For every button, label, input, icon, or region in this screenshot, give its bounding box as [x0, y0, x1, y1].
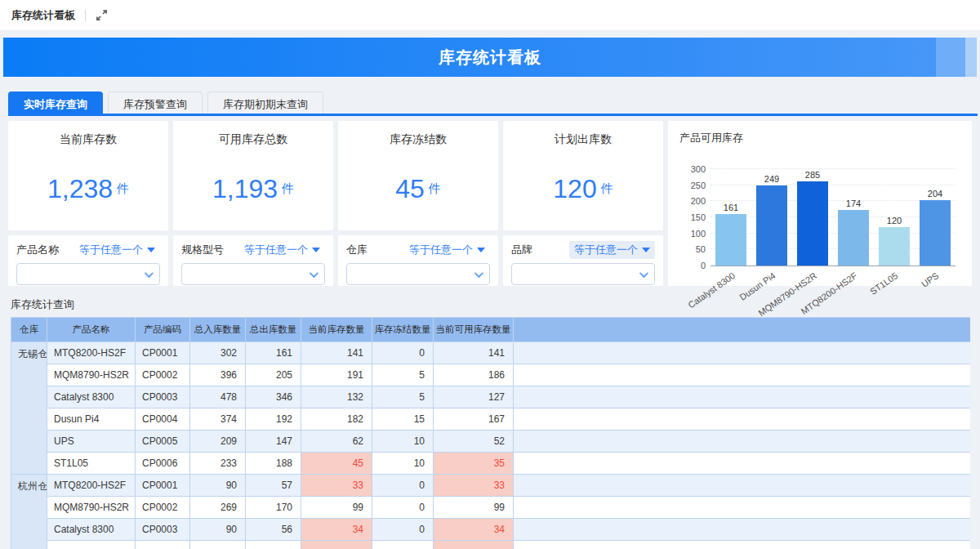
filter-select-input[interactable] [181, 263, 325, 285]
stat-value: 1,193 [212, 174, 278, 204]
product-code-cell: CP0005 [136, 431, 190, 453]
stat-value-wrap: 1,238件 [47, 147, 129, 230]
filter-label: 产品名称 [16, 243, 59, 257]
filter-operator-dropdown[interactable]: 等于任意一个 [74, 241, 160, 259]
bar-column: 204UPS [915, 170, 956, 266]
filter-label: 仓库 [346, 243, 368, 257]
total-out-cell: 161 [246, 342, 301, 364]
warehouse-cell: 杭州仓 [11, 475, 47, 549]
total-out-cell: 346 [246, 386, 301, 408]
bar[interactable] [838, 210, 869, 266]
available-stock-cell: 99 [434, 497, 514, 519]
column-header: 当前库存数量 [301, 318, 372, 342]
divider [85, 10, 86, 21]
available-stock-chart-panel: 产品可用库存 050100150200250300161Catalyst 830… [668, 121, 972, 286]
product-code-cell: CP0003 [136, 519, 190, 541]
caret-down-icon [147, 248, 155, 252]
column-header: 当前可用库存数量 [434, 318, 514, 342]
bar-column: 285MQM8790-HS2R [792, 170, 833, 266]
table-row: Dusun Pi4CP000437419218215167 [11, 408, 971, 431]
filter-select-input[interactable] [511, 263, 655, 285]
column-header [514, 318, 971, 342]
filler-cell [514, 541, 971, 549]
column-header: 仓库 [11, 318, 47, 342]
chevron-down-icon [639, 268, 648, 277]
bar[interactable] [756, 185, 787, 266]
total-in-cell: 478 [190, 386, 246, 408]
available-stock-cell: 167 [434, 408, 514, 431]
stat-label: 可用库存总数 [219, 132, 287, 147]
bar[interactable] [879, 227, 910, 266]
bar-chart: 050100150200250300161Catalyst 8300249Dus… [710, 170, 956, 266]
banner-decor-block [965, 38, 977, 77]
bar[interactable] [715, 214, 746, 266]
chevron-down-icon [310, 268, 318, 277]
tab-2[interactable]: 库存预警查询 [108, 92, 203, 116]
chevron-down-icon [145, 268, 154, 277]
column-header: 库存冻结数量 [372, 318, 434, 342]
table-row: Catalyst 8300CP00034783461325127 [11, 386, 971, 408]
product-code-cell: CP0001 [136, 342, 190, 364]
total-in-cell [190, 541, 246, 549]
frozen-stock-cell [372, 541, 434, 549]
filter-card-3: 仓库等于任意一个 [338, 235, 498, 286]
filler-cell [514, 519, 971, 541]
available-stock-cell: 141 [434, 342, 514, 364]
bar[interactable] [920, 200, 951, 266]
stat-value: 120 [553, 174, 596, 204]
fullscreen-icon[interactable] [96, 9, 108, 21]
table-section-title: 库存统计查询 [11, 297, 980, 312]
stat-value-wrap: 120件 [553, 147, 612, 230]
bar-column: 249Dusun Pi4 [751, 170, 792, 266]
tab-3[interactable]: 库存期初期末查询 [207, 92, 323, 116]
table-row: MQM8790-HS2RCP00023962051915186 [11, 364, 971, 386]
filter-head: 品牌等于任意一个 [511, 242, 655, 258]
total-out-cell: 170 [246, 497, 301, 519]
stat-card-4: 计划出库数120件 [503, 121, 663, 230]
current-stock-cell: 45 [301, 453, 372, 475]
chart-gridline [710, 168, 956, 169]
product-name-cell: MTQ8200-HS2F [47, 475, 136, 497]
filter-select-input[interactable] [346, 263, 490, 285]
stat-value: 45 [395, 174, 425, 204]
bar-value-label: 161 [724, 203, 738, 212]
filler-cell [514, 497, 971, 519]
table-row: 无锡仓MTQ8200-HS2FCP00013021611410141 [11, 342, 971, 364]
column-header: 产品编码 [136, 318, 190, 342]
tab-strip: 实时库存查询库存预警查询库存期初期末查询 [8, 92, 980, 116]
filter-operator-dropdown[interactable]: 等于任意一个 [569, 241, 655, 259]
filter-operator-dropdown[interactable]: 等于任意一个 [239, 241, 325, 259]
total-in-cell: 396 [190, 364, 246, 386]
bar[interactable] [797, 181, 828, 266]
total-out-cell: 188 [246, 453, 301, 475]
filter-card-2: 规格型号等于任意一个 [173, 235, 333, 286]
current-stock-cell: 132 [301, 386, 372, 408]
current-stock-cell [301, 541, 372, 549]
caret-down-icon [477, 248, 485, 252]
filter-operator-dropdown[interactable]: 等于任意一个 [404, 241, 490, 259]
frozen-stock-cell: 0 [372, 475, 434, 497]
caret-down-icon [642, 248, 650, 252]
total-in-cell: 209 [190, 431, 246, 453]
tab-1[interactable]: 实时库存查询 [8, 92, 103, 116]
total-out-cell [246, 541, 301, 549]
bar-value-label: 285 [805, 170, 820, 180]
current-stock-cell: 34 [301, 519, 372, 541]
column-header: 总出库数量 [246, 318, 301, 342]
filter-card-4: 品牌等于任意一个 [503, 235, 663, 286]
product-name-cell: UPS [47, 431, 136, 453]
current-stock-cell: 182 [301, 408, 372, 431]
product-name-cell: Dusun Pi4 [47, 408, 136, 431]
filter-select-input[interactable] [16, 263, 160, 285]
x-axis-label: UPS [920, 270, 940, 289]
x-axis-label: ST1L05 [868, 270, 899, 297]
available-stock-cell: 52 [434, 431, 514, 453]
total-out-cell: 57 [246, 475, 301, 497]
bar-value-label: 204 [928, 189, 942, 199]
filler-cell [514, 364, 971, 386]
product-code-cell: CP0006 [136, 453, 190, 475]
current-stock-cell: 191 [301, 364, 372, 386]
total-in-cell: 90 [190, 475, 246, 497]
stat-unit: 件 [117, 181, 129, 197]
dashboard-grid: 当前库存数1,238件可用库存总数1,193件库存冻结数45件计划出库数120件… [8, 121, 972, 286]
